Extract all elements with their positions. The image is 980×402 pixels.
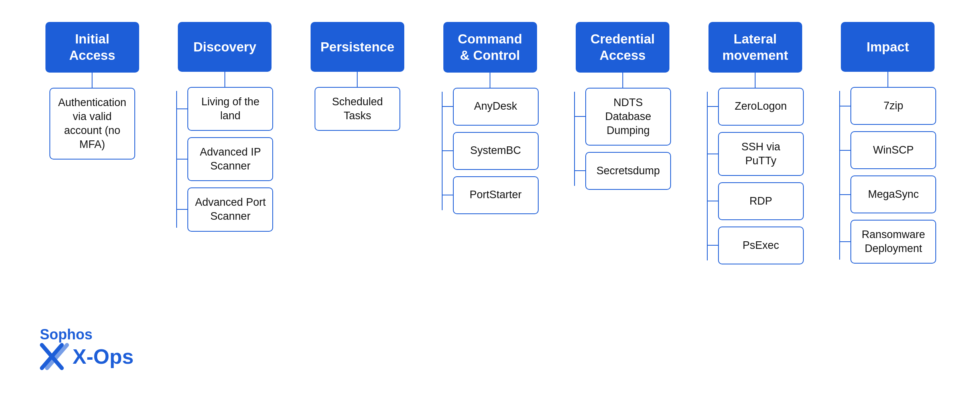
tree-row: PsExec — [707, 227, 804, 264]
item-winscp: WinSCP — [850, 131, 936, 169]
tree-impact: 7zip WinSCP MegaSync Ransomware Deployme… — [839, 87, 936, 264]
column-command-control: Command& Control AnyDesk SystemBC PortSt… — [424, 22, 557, 214]
tree-row: Secretsdump — [574, 152, 671, 190]
h-bar — [442, 150, 453, 151]
column-persistence: Persistence Scheduled Tasks — [291, 22, 424, 131]
h-bar — [707, 106, 718, 107]
tree-row: AnyDesk — [442, 88, 539, 126]
logo-xops-row: X-Ops — [40, 343, 134, 370]
column-lateral-movement: Lateralmovement ZeroLogon SSH via PuTTy … — [689, 22, 822, 264]
tree-row: WinSCP — [839, 131, 936, 169]
item-zerologon: ZeroLogon — [718, 88, 804, 126]
connector-v — [357, 72, 358, 87]
items-list-impact: 7zip WinSCP MegaSync Ransomware Deployme… — [839, 87, 936, 264]
items-list-command: AnyDesk SystemBC PortStarter — [442, 88, 539, 214]
item-portstarter: PortStarter — [453, 176, 539, 214]
h-bar — [574, 170, 585, 171]
tree-row: Living of the land — [176, 87, 273, 131]
tree-row: Advanced Port Scanner — [176, 187, 273, 231]
h-bar — [707, 201, 718, 201]
item-psexec: PsExec — [718, 227, 804, 264]
item-auth: Authentication via valid account (no MFA… — [49, 88, 135, 160]
header-discovery: Discovery — [178, 22, 272, 72]
item-anydesk: AnyDesk — [453, 88, 539, 126]
column-discovery: Discovery Living of the land Advanced IP… — [159, 22, 291, 232]
tree-row: NDTS Database Dumping — [574, 88, 671, 146]
v-bar — [442, 92, 443, 210]
header-command-control: Command& Control — [443, 22, 537, 73]
column-impact: Impact 7zip WinSCP MegaSync R — [821, 22, 954, 264]
item-ssh-putty: SSH via PuTTy — [718, 132, 804, 176]
tree-row: MegaSync — [839, 175, 936, 213]
h-bar — [442, 106, 453, 107]
item-secretsdump: Secretsdump — [585, 152, 671, 190]
h-bar — [176, 209, 187, 210]
x-icon — [40, 343, 72, 370]
item-ndts: NDTS Database Dumping — [585, 88, 671, 146]
h-bar — [839, 194, 850, 195]
column-initial-access: Initial Access Authentication via valid … — [26, 22, 159, 160]
diagram-layout: Initial Access Authentication via valid … — [0, 0, 980, 286]
connector-v — [224, 72, 225, 87]
tree-lateral: ZeroLogon SSH via PuTTy RDP PsExec — [707, 88, 804, 264]
v-bar — [176, 91, 177, 228]
tree-row: Advanced IP Scanner — [176, 137, 273, 181]
tree-credential: NDTS Database Dumping Secretsdump — [574, 88, 671, 190]
v-bar — [574, 92, 575, 186]
logo-sophos: Sophos — [40, 326, 134, 343]
logo-ops: X-Ops — [73, 345, 134, 368]
tree-row: PortStarter — [442, 176, 539, 214]
items-list-lateral: ZeroLogon SSH via PuTTy RDP PsExec — [707, 88, 804, 264]
item-adv-port: Advanced Port Scanner — [187, 187, 273, 231]
tree-row: ZeroLogon — [707, 88, 804, 126]
column-credential-access: CredentialAccess NDTS Database Dumping S… — [556, 22, 689, 190]
header-persistence: Persistence — [311, 22, 404, 72]
h-bar — [442, 195, 453, 195]
tree-discovery: Living of the land Advanced IP Scanner A… — [176, 87, 273, 232]
items-list-discovery: Living of the land Advanced IP Scanner A… — [176, 87, 273, 232]
tree-row: 7zip — [839, 87, 936, 125]
h-bar — [839, 241, 850, 242]
connector-v — [755, 73, 756, 88]
h-bar — [176, 159, 187, 160]
h-bar — [176, 108, 187, 109]
item-scheduled-tasks: Scheduled Tasks — [315, 87, 400, 131]
connector-v — [92, 73, 92, 88]
tree-row: SystemBC — [442, 132, 539, 170]
tree-row: Ransomware Deployment — [839, 220, 936, 264]
items-list-credential: NDTS Database Dumping Secretsdump — [574, 88, 671, 190]
item-living-land: Living of the land — [187, 87, 273, 131]
tree-row: RDP — [707, 182, 804, 220]
h-bar — [707, 245, 718, 246]
item-7zip: 7zip — [850, 87, 936, 125]
item-rdp: RDP — [718, 182, 804, 220]
item-systembc: SystemBC — [453, 132, 539, 170]
item-ransomware: Ransomware Deployment — [850, 220, 936, 264]
h-bar — [574, 116, 585, 117]
h-bar — [839, 150, 850, 151]
connector-v — [490, 73, 490, 88]
connector-v — [888, 72, 888, 87]
connector-v — [622, 73, 623, 88]
items-persistence: Scheduled Tasks — [315, 87, 400, 131]
h-bar — [707, 154, 718, 154]
header-credential-access: CredentialAccess — [576, 22, 669, 73]
item-megasync: MegaSync — [850, 175, 936, 213]
tree-row: SSH via PuTTy — [707, 132, 804, 176]
header-lateral-movement: Lateralmovement — [708, 22, 802, 73]
header-initial-access: Initial Access — [45, 22, 139, 73]
item-adv-ip: Advanced IP Scanner — [187, 137, 273, 181]
logo: Sophos X-Ops — [40, 326, 134, 370]
tree-command: AnyDesk SystemBC PortStarter — [442, 88, 539, 214]
v-bar — [707, 92, 708, 260]
h-bar — [839, 106, 850, 106]
v-bar — [839, 91, 840, 260]
header-impact: Impact — [841, 22, 935, 72]
items-initial-access: Authentication via valid account (no MFA… — [49, 88, 135, 160]
